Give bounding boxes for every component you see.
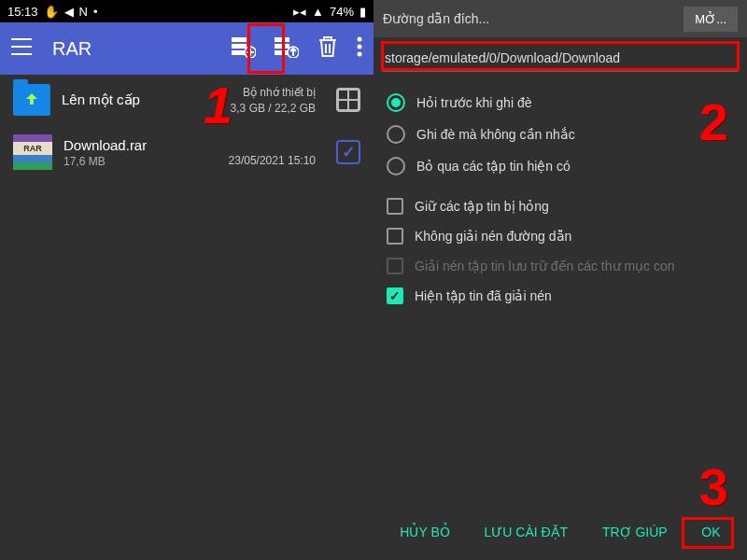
checkbox-icon: ✓ [387,287,403,304]
dialog-buttons: HỦY BỎ LƯU CÀI ĐẶT TRỢ GIÚP OK [374,517,747,547]
wifi-icon: ▸◂ [293,5,306,19]
save-settings-button[interactable]: LƯU CÀI ĐẶT [474,517,577,547]
checkbox-no-paths[interactable]: Không giải nén đường dẫn [387,221,734,251]
rar-file-icon: RAR [13,134,52,170]
n-icon: N [79,5,88,19]
cancel-button[interactable]: HỦY BỎ [390,517,458,547]
svg-point-8 [358,37,362,42]
checkbox-icon [387,228,403,245]
ok-button[interactable]: OK [692,517,729,547]
grid-icon [336,88,360,112]
checkbox-label: Giải nén tập tin lưu trữ đến các thư mục… [415,259,675,273]
app-title: RAR [52,38,215,60]
folder-up-icon [13,84,50,116]
view-grid-button[interactable] [336,88,360,112]
checkbox-label: Giữ các tập tin bị hỏng [415,199,549,214]
file-name: Download.rar [63,137,218,153]
radio-label: Bỏ qua các tập tin hiện có [416,159,571,174]
svg-point-9 [358,45,362,49]
checkbox-icon [387,198,403,215]
radio-label: Ghi đè mà không cần nhắc [416,127,575,142]
menu-icon[interactable] [11,38,32,59]
checkbox-label: Hiện tập tin đã giải nén [415,288,552,303]
up-label: Lên một cấp [62,91,219,108]
svg-point-10 [358,52,362,57]
hand-icon: ✋ [44,5,59,19]
up-one-level-row[interactable]: Lên một cấp Bộ nhớ thiết bị 3,3 GB / 22,… [0,75,374,125]
open-button[interactable]: MỞ... [684,7,738,32]
overwrite-options: Hỏi trước khi ghi đè Ghi đè mà không cần… [374,79,747,318]
delete-icon[interactable] [317,35,338,62]
battery-icon: ▮ [359,5,366,19]
dot-icon: • [93,5,98,19]
radio-skip-existing[interactable]: Bỏ qua các tập tin hiện có [387,150,734,182]
radio-icon [387,157,405,175]
radio-label: Hỏi trước khi ghi đè [416,95,531,110]
file-date: 23/05/2021 15:10 [229,154,316,167]
checkbox-keep-broken[interactable]: Giữ các tập tin bị hỏng [387,191,734,221]
storage-size: 3,3 GB / 22,2 GB [231,102,316,115]
checkbox-show-extracted[interactable]: ✓ Hiện tập tin đã giải nén [387,281,734,311]
dest-label: Đường dẫn đích... [383,11,674,26]
svg-rect-1 [232,44,247,49]
signal-icon: ▲ [312,5,324,19]
checkbox-icon [387,258,403,274]
svg-rect-5 [275,44,289,49]
checkbox-label: Không giải nén đường dẫn [415,229,571,244]
radio-ask-overwrite[interactable]: Hỏi trước khi ghi đè [387,87,734,119]
radio-icon [387,125,405,144]
battery-percent: 74% [330,5,354,19]
storage-label: Bộ nhớ thiết bị [231,86,316,99]
file-checkbox[interactable]: ✓ [336,140,360,164]
radio-icon [387,93,405,112]
extract-dialog-panel: Đường dẫn đích... MỞ... Hỏi trước khi gh… [374,0,747,560]
check-icon: ✓ [336,140,360,164]
overflow-icon[interactable] [357,36,362,61]
file-size: 17,6 MB [63,155,218,168]
help-button[interactable]: TRỢ GIÚP [593,517,677,547]
svg-rect-4 [275,37,289,42]
file-browser-panel: 15:13 ✋ ◀ N • ▸◂ ▲ 74% ▮ RAR [0,0,374,560]
status-bar: 15:13 ✋ ◀ N • ▸◂ ▲ 74% ▮ [0,0,374,22]
svg-rect-0 [232,37,247,42]
radio-overwrite-silent[interactable]: Ghi đè mà không cần nhắc [387,119,734,150]
annotation-number-3: 3 [699,456,728,517]
file-row[interactable]: RAR Download.rar 17,6 MB 23/05/2021 15:1… [0,125,374,179]
arrow-icon: ◀ [64,5,74,19]
checkbox-subfolders: Giải nén tập tin lưu trữ đến các thư mục… [387,251,734,281]
status-time: 15:13 [7,5,38,19]
app-toolbar: RAR [0,22,374,75]
add-archive-icon[interactable] [232,35,256,62]
dest-header: Đường dẫn đích... MỞ... [374,0,747,37]
extract-archive-icon[interactable] [275,35,299,62]
destination-path-input[interactable] [383,45,738,72]
